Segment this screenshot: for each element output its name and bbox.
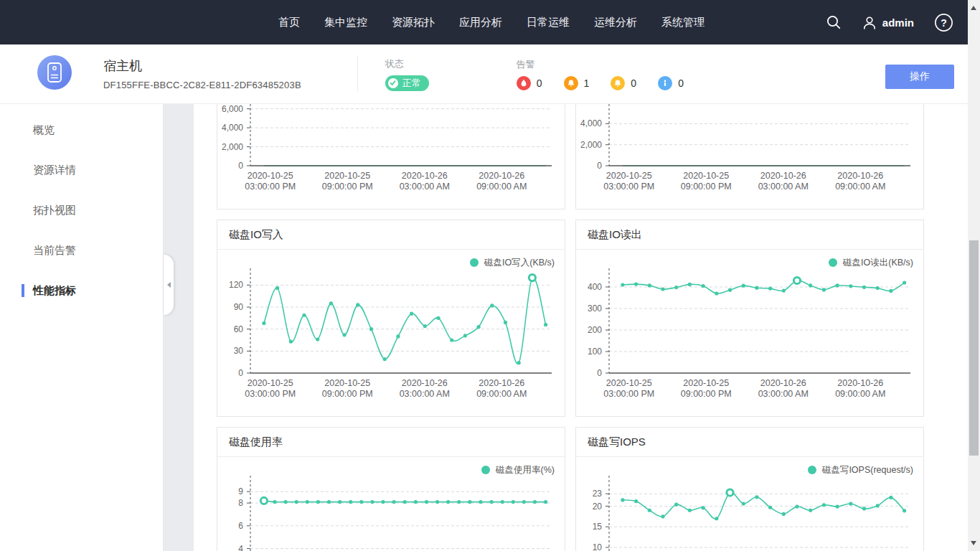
nav-item[interactable]: 日常运维	[527, 16, 570, 29]
flame-icon	[517, 76, 531, 90]
line-chart[interactable]: 03060901202020-10-2503:00:00 PM2020-10-2…	[217, 268, 565, 416]
scroll-up-icon[interactable]	[971, 6, 976, 10]
svg-text:2020-10-2509:00:00 PM: 2020-10-2509:00:00 PM	[681, 378, 732, 399]
sidebar-item[interactable]: 资源详情	[0, 150, 163, 190]
chevron-left-icon	[167, 282, 171, 288]
svg-text:?: ?	[941, 17, 947, 28]
sidebar-item[interactable]: 性能指标	[0, 270, 163, 311]
chart-legend[interactable]: 磁盘IO读出(KB/s)	[576, 257, 913, 268]
resource-uuid: DF155FFE-BBCC-2C82-E811-2DF63485203B	[103, 80, 301, 90]
legend-label: 磁盘使用率(%)	[496, 464, 555, 476]
svg-text:400: 400	[588, 282, 602, 292]
svg-text:0: 0	[597, 368, 602, 378]
card-title: 磁盘使用率	[217, 428, 565, 457]
svg-text:6: 6	[238, 521, 243, 531]
svg-text:2020-10-2503:00:00 PM: 2020-10-2503:00:00 PM	[603, 171, 654, 192]
sidebar-collapse-strip	[164, 104, 194, 551]
alarm-critical[interactable]: 0	[517, 76, 542, 90]
main-content: 02,0004,0006,0002020-10-2503:00:00 PM202…	[194, 104, 968, 551]
sidebar-item[interactable]: 概览	[0, 110, 163, 150]
svg-text:8: 8	[238, 498, 243, 508]
legend-label: 磁盘IO写入(KB/s)	[484, 257, 555, 269]
svg-text:0: 0	[238, 161, 243, 171]
svg-text:120: 120	[229, 280, 243, 290]
svg-text:2020-10-2503:00:00 PM: 2020-10-2503:00:00 PM	[245, 378, 296, 399]
svg-text:4: 4	[238, 544, 243, 551]
top-navbar: 首页集中监控资源拓扑应用分析日常运维运维分析系统管理 admin ?	[0, 0, 968, 44]
divider	[357, 57, 358, 91]
alarm-items: 0100	[517, 76, 684, 90]
scrollbar-thumb[interactable]	[969, 240, 979, 456]
svg-text:2020-10-2509:00:00 PM: 2020-10-2509:00:00 PM	[681, 171, 732, 192]
card-title: 磁盘IO读出	[576, 220, 923, 250]
alarm-minor[interactable]: 0	[611, 76, 636, 90]
line-chart[interactable]: 101520232020-10-2503:00:00 PM2020-10-250…	[576, 476, 923, 551]
nav-item[interactable]: 运维分析	[594, 16, 637, 29]
chart-legend[interactable]: 磁盘使用率(%)	[217, 464, 555, 476]
chart-card-top-right: 02,0004,0002020-10-2503:00:00 PM2020-10-…	[575, 104, 924, 209]
nav-item[interactable]: 资源拓扑	[392, 16, 435, 29]
chart-legend[interactable]: 磁盘IO写入(KB/s)	[217, 257, 555, 268]
page-title: 宿主机	[103, 57, 301, 75]
legend-dot-icon	[829, 258, 837, 267]
alarm-count: 1	[584, 77, 590, 89]
card-title: 磁盘IO写入	[217, 220, 565, 250]
window-scrollbar[interactable]	[968, 0, 980, 551]
nav-items: 首页集中监控资源拓扑应用分析日常运维运维分析系统管理	[278, 0, 705, 44]
chart-legend[interactable]: 磁盘写IOPS(request/s)	[576, 464, 913, 476]
svg-text:2,000: 2,000	[580, 140, 602, 150]
nav-item[interactable]: 首页	[278, 16, 300, 29]
action-button[interactable]: 操作	[885, 65, 954, 89]
svg-text:2020-10-2509:00:00 PM: 2020-10-2509:00:00 PM	[322, 171, 373, 192]
svg-text:60: 60	[234, 324, 244, 334]
chart-card-top-left: 02,0004,0006,0002020-10-2503:00:00 PM202…	[217, 104, 565, 209]
svg-text:2020-10-2603:00:00 AM: 2020-10-2603:00:00 AM	[758, 171, 809, 192]
svg-text:300: 300	[588, 303, 602, 314]
user-menu[interactable]: admin	[862, 15, 914, 30]
search-icon[interactable]	[826, 14, 842, 30]
host-resource-icon	[37, 55, 72, 93]
resource-header: 宿主机 DF155FFE-BBCC-2C82-E811-2DF63485203B…	[0, 44, 968, 104]
svg-text:30: 30	[234, 346, 244, 356]
legend-dot-icon	[808, 466, 816, 474]
alarm-major[interactable]: 1	[564, 76, 590, 90]
chart-card-disk-usage: 磁盘使用率 磁盘使用率(%) 46892020-10-2503:00:00 PM…	[217, 427, 565, 551]
alarm-info[interactable]: 0	[658, 76, 684, 90]
svg-text:4,000: 4,000	[222, 123, 243, 133]
sidebar-item[interactable]: 当前告警	[0, 230, 163, 270]
nav-item[interactable]: 应用分析	[459, 16, 502, 29]
scroll-down-icon[interactable]	[971, 541, 976, 545]
alarm-count: 0	[631, 77, 636, 89]
bell-icon	[564, 76, 578, 90]
svg-text:2020-10-2603:00:00 AM: 2020-10-2603:00:00 AM	[758, 378, 809, 399]
svg-text:20: 20	[593, 501, 603, 512]
svg-text:9: 9	[238, 486, 243, 496]
line-chart[interactable]: 01002003004002020-10-2503:00:00 PM2020-1…	[576, 268, 923, 416]
sidebar-collapse-handle[interactable]	[164, 255, 174, 315]
sidebar-item[interactable]: 拓扑视图	[0, 190, 163, 230]
svg-text:2020-10-2609:00:00 AM: 2020-10-2609:00:00 AM	[835, 378, 885, 399]
check-icon	[388, 78, 398, 88]
svg-text:2020-10-2503:00:00 PM: 2020-10-2503:00:00 PM	[245, 171, 296, 192]
line-chart[interactable]: 02,0004,0006,0002020-10-2503:00:00 PM202…	[217, 104, 565, 209]
nav-item[interactable]: 系统管理	[661, 16, 705, 29]
svg-text:6,000: 6,000	[222, 104, 243, 114]
svg-text:200: 200	[588, 325, 602, 335]
alarm-count: 0	[537, 77, 542, 89]
legend-label: 磁盘IO读出(KB/s)	[843, 257, 913, 269]
status-label: 状态	[385, 57, 429, 70]
legend-dot-icon	[470, 258, 479, 267]
svg-text:90: 90	[234, 302, 244, 312]
chart-card-disk-io-write: 磁盘IO写入 磁盘IO写入(KB/s) 03060901202020-10-25…	[217, 220, 565, 417]
help-icon[interactable]: ?	[934, 13, 953, 32]
nav-item[interactable]: 集中监控	[324, 16, 367, 29]
svg-text:2020-10-2603:00:00 AM: 2020-10-2603:00:00 AM	[400, 378, 450, 399]
chart-card-disk-io-read: 磁盘IO读出 磁盘IO读出(KB/s) 01002003004002020-10…	[575, 220, 924, 417]
sidebar: 概览资源详情拓扑视图当前告警性能指标	[0, 104, 164, 551]
svg-text:2020-10-2503:00:00 PM: 2020-10-2503:00:00 PM	[603, 378, 654, 399]
svg-text:2020-10-2603:00:00 AM: 2020-10-2603:00:00 AM	[400, 171, 450, 192]
svg-text:0: 0	[597, 161, 602, 171]
line-chart[interactable]: 46892020-10-2503:00:00 PM2020-10-2509:00…	[217, 476, 565, 551]
line-chart[interactable]: 02,0004,0002020-10-2503:00:00 PM2020-10-…	[576, 104, 923, 209]
svg-text:2020-10-2609:00:00 AM: 2020-10-2609:00:00 AM	[835, 171, 885, 192]
